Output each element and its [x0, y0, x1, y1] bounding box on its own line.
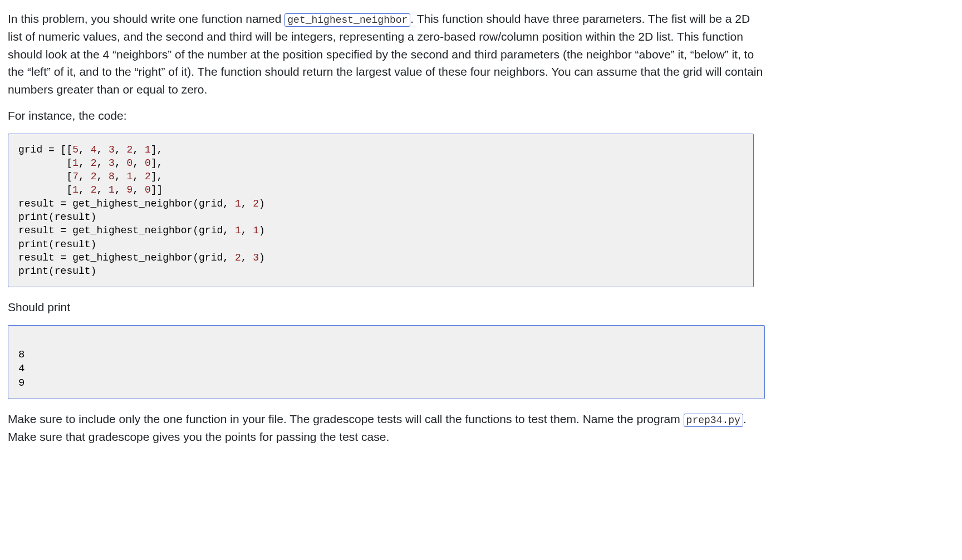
- problem-description-paragraph-1: In this problem, you should write one fu…: [8, 10, 765, 98]
- func-name-code: get_highest_neighbor: [284, 13, 410, 27]
- submission-instructions: Make sure to include only the one functi…: [8, 410, 765, 446]
- output-line: 4: [18, 362, 24, 375]
- text: In this problem, you should write one fu…: [8, 12, 284, 25]
- should-print-text: Should print: [8, 298, 954, 316]
- text: Make sure to include only the one functi…: [8, 412, 684, 425]
- for-instance-text: For instance, the code:: [8, 107, 954, 125]
- example-output-block: 8 4 9: [8, 325, 765, 399]
- example-code-block: grid = [[5, 4, 3, 2, 1], [1, 2, 3, 0, 0]…: [8, 134, 754, 288]
- output-line: 9: [18, 377, 24, 389]
- filename-code: prep34.py: [684, 414, 743, 427]
- output-line: 8: [18, 348, 24, 361]
